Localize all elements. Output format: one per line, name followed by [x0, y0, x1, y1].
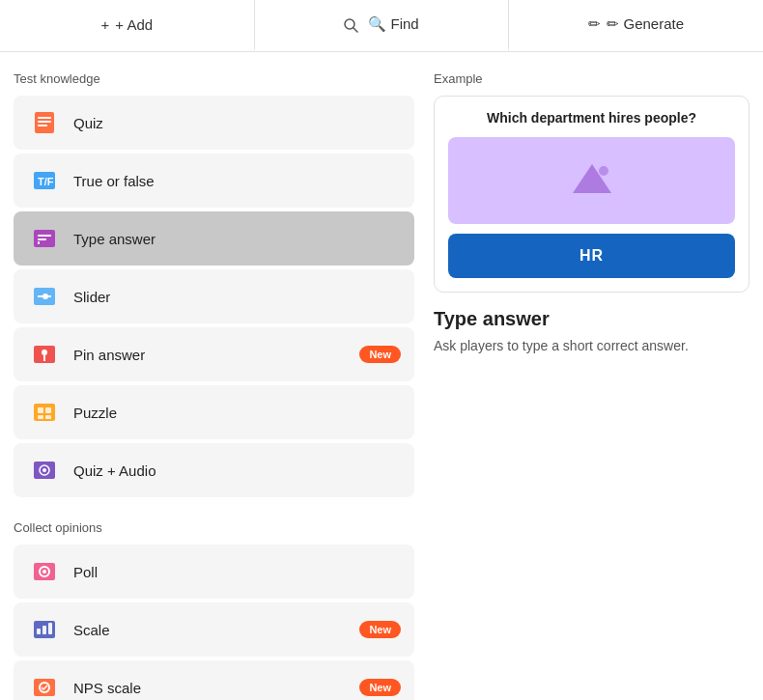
svg-point-40 [599, 166, 608, 176]
feature-desc: Ask players to type a short correct answ… [434, 336, 749, 356]
label-typeanswer: Type answer [73, 231, 401, 247]
svg-rect-20 [38, 415, 43, 419]
find-button[interactable]: 🔍 Find [254, 0, 510, 51]
mountain-icon [569, 159, 615, 202]
knowledge-list: QuizT/FTrue or falseType answerSliderPin… [14, 96, 414, 497]
svg-rect-11 [38, 241, 40, 244]
label-puzzle: Puzzle [73, 405, 401, 421]
badge-new-pinanswer: New [359, 346, 401, 363]
icon-quizaudio [27, 453, 62, 488]
svg-rect-29 [37, 629, 41, 634]
svg-rect-18 [38, 407, 43, 413]
icon-puzzle [27, 395, 62, 430]
generate-icon: ✏ [588, 15, 601, 33]
svg-rect-21 [45, 415, 51, 419]
list-item-typeanswer[interactable]: Type answer [14, 211, 414, 266]
svg-line-1 [353, 28, 357, 32]
svg-rect-19 [45, 407, 51, 413]
find-label: 🔍 Find [368, 15, 418, 33]
icon-slider [27, 279, 62, 314]
label-pinanswer: Pin answer [73, 347, 348, 363]
svg-point-24 [42, 468, 46, 472]
svg-rect-3 [38, 117, 51, 119]
icon-quiz [27, 105, 62, 140]
list-item-npsscale[interactable]: NPS scaleNew [14, 660, 414, 700]
list-item-scale[interactable]: ScaleNew [14, 602, 414, 657]
opinions-list: PollScaleNewNPS scaleNewDrop pinabcwordW… [14, 545, 414, 700]
list-item-quizaudio[interactable]: Quiz + Audio [14, 443, 414, 497]
label-slider: Slider [73, 289, 401, 305]
svg-rect-4 [38, 121, 51, 123]
icon-npsscale [27, 670, 62, 700]
label-quiz: Quiz [73, 115, 401, 131]
list-item-poll[interactable]: Poll [14, 545, 414, 599]
main-content: Test knowledge QuizT/FTrue or falseType … [0, 52, 763, 700]
svg-rect-9 [38, 235, 51, 237]
svg-rect-30 [42, 626, 46, 634]
example-question: Which department hires people? [448, 110, 735, 126]
icon-truefalse: T/F [27, 163, 62, 198]
toolbar: + + Add 🔍 Find ✏ ✏ Generate [0, 0, 763, 52]
label-poll: Poll [73, 564, 401, 580]
svg-rect-31 [48, 623, 52, 634]
icon-pinanswer [27, 337, 62, 372]
label-quizaudio: Quiz + Audio [73, 462, 401, 479]
list-item-puzzle[interactable]: Puzzle [14, 385, 414, 439]
svg-rect-5 [38, 125, 47, 126]
example-card: Which department hires people? HR [434, 96, 749, 293]
list-item-pinanswer[interactable]: Pin answerNew [14, 327, 414, 381]
generate-label: ✏ Generate [607, 15, 684, 33]
label-npsscale: NPS scale [73, 680, 348, 696]
badge-new-npsscale: New [359, 679, 401, 696]
label-scale: Scale [73, 622, 348, 638]
svg-text:T/F: T/F [38, 176, 54, 187]
badge-new-scale: New [359, 621, 401, 638]
add-button[interactable]: + + Add [0, 0, 254, 51]
list-item-slider[interactable]: Slider [14, 269, 414, 323]
label-truefalse: True or false [73, 173, 401, 189]
list-item-truefalse[interactable]: T/FTrue or false [14, 154, 414, 208]
icon-poll [27, 554, 62, 589]
add-label: + Add [115, 16, 153, 33]
example-image [448, 137, 735, 224]
svg-point-16 [42, 350, 47, 355]
right-panel: Example Which department hires people? H… [434, 71, 749, 700]
feature-title: Type answer [434, 308, 749, 330]
svg-rect-17 [34, 404, 55, 421]
icon-scale [27, 612, 62, 647]
find-icon [344, 15, 362, 33]
example-answer-button: HR [448, 234, 735, 278]
section-opinions-label: Collect opinions [14, 520, 414, 535]
example-label: Example [434, 71, 749, 86]
add-icon: + [101, 16, 110, 33]
generate-button[interactable]: ✏ ✏ Generate [509, 0, 763, 51]
section-knowledge-label: Test knowledge [14, 71, 414, 86]
svg-point-27 [42, 570, 46, 574]
left-panel: Test knowledge QuizT/FTrue or falseType … [14, 71, 414, 700]
icon-typeanswer [27, 221, 62, 256]
svg-rect-10 [38, 238, 46, 240]
svg-point-14 [42, 294, 48, 299]
list-item-quiz[interactable]: Quiz [14, 96, 414, 150]
